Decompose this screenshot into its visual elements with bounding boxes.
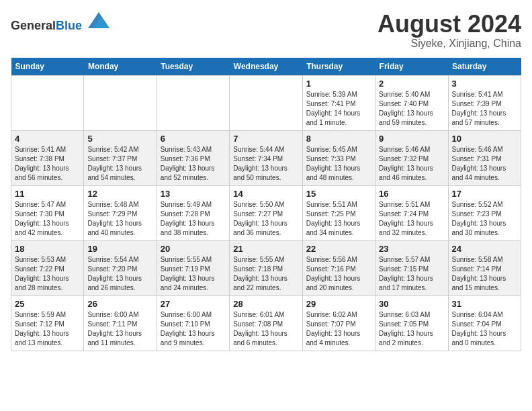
day-info: Sunrise: 5:41 AMSunset: 7:38 PMDaylight:…	[15, 145, 80, 183]
logo-general: General	[11, 19, 56, 32]
day-info: Sunrise: 6:00 AMSunset: 7:11 PMDaylight:…	[87, 310, 152, 348]
day-info: Sunrise: 5:50 AMSunset: 7:27 PMDaylight:…	[233, 200, 298, 238]
week-row: 18Sunrise: 5:53 AMSunset: 7:22 PMDayligh…	[11, 240, 521, 295]
calendar-cell	[157, 75, 229, 130]
calendar-cell: 20Sunrise: 5:55 AMSunset: 7:19 PMDayligh…	[157, 240, 229, 295]
day-number: 17	[452, 189, 517, 199]
col-header-wednesday: Wednesday	[230, 58, 302, 76]
day-info: Sunrise: 5:42 AMSunset: 7:37 PMDaylight:…	[87, 145, 152, 183]
calendar-cell	[230, 75, 302, 130]
col-header-sunday: Sunday	[11, 58, 84, 76]
day-number: 15	[306, 189, 371, 199]
day-number: 20	[161, 244, 226, 254]
calendar-cell: 3Sunrise: 5:41 AMSunset: 7:39 PMDaylight…	[448, 75, 521, 130]
calendar-cell: 14Sunrise: 5:50 AMSunset: 7:27 PMDayligh…	[230, 185, 302, 240]
day-info: Sunrise: 5:55 AMSunset: 7:19 PMDaylight:…	[161, 255, 226, 293]
calendar-cell: 6Sunrise: 5:43 AMSunset: 7:36 PMDaylight…	[157, 130, 229, 185]
col-header-friday: Friday	[375, 58, 448, 76]
calendar-cell	[11, 75, 84, 130]
day-number: 12	[87, 189, 152, 199]
col-header-thursday: Thursday	[302, 58, 375, 76]
day-info: Sunrise: 5:46 AMSunset: 7:31 PMDaylight:…	[452, 145, 517, 183]
location: Siyeke, Xinjiang, China	[378, 38, 521, 50]
col-header-monday: Monday	[84, 58, 157, 76]
day-info: Sunrise: 5:43 AMSunset: 7:36 PMDaylight:…	[161, 145, 226, 183]
calendar-cell: 26Sunrise: 6:00 AMSunset: 7:11 PMDayligh…	[84, 295, 157, 351]
calendar-cell	[84, 75, 157, 130]
calendar-cell: 25Sunrise: 5:59 AMSunset: 7:12 PMDayligh…	[11, 295, 84, 351]
day-info: Sunrise: 5:52 AMSunset: 7:23 PMDaylight:…	[452, 200, 517, 238]
calendar-table: SundayMondayTuesdayWednesdayThursdayFrid…	[11, 58, 521, 351]
day-info: Sunrise: 5:40 AMSunset: 7:40 PMDaylight:…	[379, 90, 444, 128]
day-number: 19	[87, 244, 152, 254]
day-info: Sunrise: 5:56 AMSunset: 7:16 PMDaylight:…	[306, 255, 371, 293]
calendar-cell: 4Sunrise: 5:41 AMSunset: 7:38 PMDaylight…	[11, 130, 84, 185]
calendar-cell: 17Sunrise: 5:52 AMSunset: 7:23 PMDayligh…	[448, 185, 521, 240]
day-number: 27	[161, 299, 226, 309]
day-number: 26	[87, 299, 152, 309]
day-number: 14	[233, 189, 298, 199]
day-number: 16	[379, 189, 444, 199]
day-number: 18	[15, 244, 80, 254]
logo-blue: Blue	[56, 19, 82, 32]
day-number: 13	[161, 189, 226, 199]
day-info: Sunrise: 5:46 AMSunset: 7:32 PMDaylight:…	[379, 145, 444, 183]
day-number: 11	[15, 189, 80, 199]
calendar-cell: 7Sunrise: 5:44 AMSunset: 7:34 PMDaylight…	[230, 130, 302, 185]
calendar-cell: 9Sunrise: 5:46 AMSunset: 7:32 PMDaylight…	[375, 130, 448, 185]
calendar-cell: 2Sunrise: 5:40 AMSunset: 7:40 PMDaylight…	[375, 75, 448, 130]
day-info: Sunrise: 5:54 AMSunset: 7:20 PMDaylight:…	[87, 255, 152, 293]
day-info: Sunrise: 5:51 AMSunset: 7:24 PMDaylight:…	[379, 200, 444, 238]
calendar-cell: 15Sunrise: 5:51 AMSunset: 7:25 PMDayligh…	[302, 185, 375, 240]
day-number: 30	[379, 299, 444, 309]
day-number: 4	[15, 134, 80, 144]
logo-icon	[88, 11, 109, 30]
day-info: Sunrise: 5:59 AMSunset: 7:12 PMDaylight:…	[15, 310, 80, 348]
week-row: 11Sunrise: 5:47 AMSunset: 7:30 PMDayligh…	[11, 185, 521, 240]
day-info: Sunrise: 5:55 AMSunset: 7:18 PMDaylight:…	[233, 255, 298, 293]
calendar-cell: 16Sunrise: 5:51 AMSunset: 7:24 PMDayligh…	[375, 185, 448, 240]
calendar-cell: 8Sunrise: 5:45 AMSunset: 7:33 PMDaylight…	[302, 130, 375, 185]
day-number: 28	[233, 299, 298, 309]
title-block: August 2024 Siyeke, Xinjiang, China	[378, 11, 521, 50]
day-number: 10	[452, 134, 517, 144]
calendar-cell: 1Sunrise: 5:39 AMSunset: 7:41 PMDaylight…	[302, 75, 375, 130]
col-header-tuesday: Tuesday	[157, 58, 229, 76]
col-header-saturday: Saturday	[448, 58, 521, 76]
calendar-cell: 12Sunrise: 5:48 AMSunset: 7:29 PMDayligh…	[84, 185, 157, 240]
calendar-cell: 10Sunrise: 5:46 AMSunset: 7:31 PMDayligh…	[448, 130, 521, 185]
calendar-cell: 29Sunrise: 6:02 AMSunset: 7:07 PMDayligh…	[302, 295, 375, 351]
week-row: 1Sunrise: 5:39 AMSunset: 7:41 PMDaylight…	[11, 75, 521, 130]
day-info: Sunrise: 5:41 AMSunset: 7:39 PMDaylight:…	[452, 90, 517, 128]
day-info: Sunrise: 5:39 AMSunset: 7:41 PMDaylight:…	[306, 90, 371, 128]
calendar-cell: 11Sunrise: 5:47 AMSunset: 7:30 PMDayligh…	[11, 185, 84, 240]
day-info: Sunrise: 6:02 AMSunset: 7:07 PMDaylight:…	[306, 310, 371, 348]
day-number: 21	[233, 244, 298, 254]
calendar-cell: 24Sunrise: 5:58 AMSunset: 7:14 PMDayligh…	[448, 240, 521, 295]
page-header: GeneralBlue August 2024 Siyeke, Xinjiang…	[11, 11, 521, 50]
calendar-header-row: SundayMondayTuesdayWednesdayThursdayFrid…	[11, 58, 521, 76]
day-number: 6	[161, 134, 226, 144]
calendar-cell: 22Sunrise: 5:56 AMSunset: 7:16 PMDayligh…	[302, 240, 375, 295]
day-number: 29	[306, 299, 371, 309]
day-info: Sunrise: 5:49 AMSunset: 7:28 PMDaylight:…	[161, 200, 226, 238]
calendar-cell: 5Sunrise: 5:42 AMSunset: 7:37 PMDaylight…	[84, 130, 157, 185]
day-info: Sunrise: 5:45 AMSunset: 7:33 PMDaylight:…	[306, 145, 371, 183]
day-info: Sunrise: 5:57 AMSunset: 7:15 PMDaylight:…	[379, 255, 444, 293]
day-number: 3	[452, 79, 517, 89]
day-number: 9	[379, 134, 444, 144]
calendar-cell: 18Sunrise: 5:53 AMSunset: 7:22 PMDayligh…	[11, 240, 84, 295]
month-year: August 2024	[378, 11, 521, 38]
day-info: Sunrise: 5:58 AMSunset: 7:14 PMDaylight:…	[452, 255, 517, 293]
day-info: Sunrise: 6:00 AMSunset: 7:10 PMDaylight:…	[161, 310, 226, 348]
day-number: 23	[379, 244, 444, 254]
day-info: Sunrise: 6:04 AMSunset: 7:04 PMDaylight:…	[452, 310, 517, 348]
week-row: 4Sunrise: 5:41 AMSunset: 7:38 PMDaylight…	[11, 130, 521, 185]
day-number: 5	[87, 134, 152, 144]
week-row: 25Sunrise: 5:59 AMSunset: 7:12 PMDayligh…	[11, 295, 521, 351]
day-info: Sunrise: 5:47 AMSunset: 7:30 PMDaylight:…	[15, 200, 80, 238]
day-number: 24	[452, 244, 517, 254]
day-number: 25	[15, 299, 80, 309]
calendar-cell: 28Sunrise: 6:01 AMSunset: 7:08 PMDayligh…	[230, 295, 302, 351]
day-number: 22	[306, 244, 371, 254]
